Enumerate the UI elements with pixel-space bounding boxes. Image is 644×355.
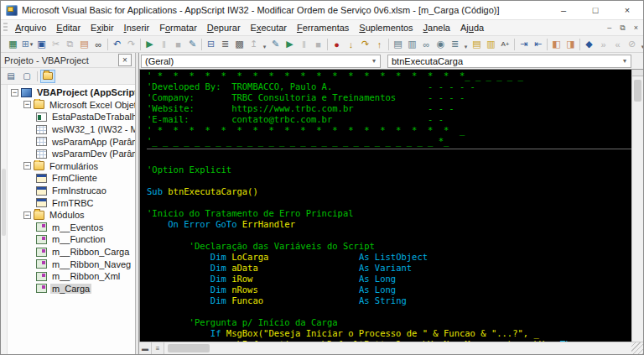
debug-design-mode-button[interactable]: ✎ [268, 37, 283, 51]
comment-block-button[interactable]: ◧ [549, 37, 564, 51]
procedure-view-button[interactable]: ▬ [139, 342, 152, 354]
tree-item-m-carga[interactable]: m_Carga [8, 283, 135, 295]
standard-toolbar-overflow[interactable]: ▾ [261, 37, 268, 51]
horizontal-scrollbar-thumb[interactable] [168, 344, 210, 352]
code-line[interactable] [147, 197, 631, 208]
paste-button[interactable]: ▤ [77, 37, 91, 51]
uncomment-block-button[interactable]: ◨ [564, 37, 578, 51]
debug-run-button[interactable]: ▶ [283, 37, 297, 51]
code-line[interactable]: 'Company: TRBC Consultoria e Treinamento… [147, 92, 631, 103]
view-object-button[interactable]: ▢ [19, 70, 34, 83]
tree-item-wsiw32-1[interactable]: wsIW32_1 (IW32 - Modificar O [8, 123, 135, 136]
code-line[interactable]: Dim Funcao As String [147, 295, 631, 306]
toggle-bookmark-button[interactable]: ◆ [582, 37, 596, 51]
code-line[interactable] [147, 306, 631, 317]
project-scrollbar-thumb[interactable] [2, 169, 6, 236]
quick-watch-button[interactable]: ◉ [434, 37, 448, 51]
tree-item-m-ribbon-xml[interactable]: m__Ribbon_Xml [8, 270, 135, 283]
step-out-button[interactable]: ↑ [372, 37, 387, 51]
code-line[interactable]: Dim aData As Variant [147, 263, 631, 274]
debug-toolbar-overflow[interactable]: ▾ [462, 37, 470, 51]
code-line[interactable]: Sub btnExecutaCarga() [147, 186, 631, 197]
project-explorer-button[interactable]: ⊟ [204, 37, 218, 51]
tree-expander-icon[interactable]: − [11, 89, 18, 97]
code-line[interactable]: Dim nRows As Long [147, 285, 631, 295]
code-line[interactable]: 'Website: https://www.trbc.com.br - - - [147, 103, 631, 114]
code-line[interactable]: If MsgBox("Deseja Iniciar o Processo de … [147, 328, 631, 339]
tree-item-estapastadetrabalho[interactable]: EstaPastaDeTrabalho [8, 111, 135, 123]
resize-grip[interactable] [631, 342, 643, 354]
tree-item-m-ribbon-naveg[interactable]: m__Ribbon_Naveg [8, 258, 135, 270]
design-mode-button[interactable]: ✎ [185, 37, 200, 51]
full-module-view-button[interactable]: ≡ [152, 342, 164, 354]
step-into-button[interactable]: ↓ [344, 37, 358, 51]
tree-expander-icon[interactable]: − [23, 101, 31, 108]
project-panel-close-button[interactable]: × [118, 54, 132, 66]
undo-button[interactable]: ↶ [110, 37, 124, 51]
code-horizontal-scrollbar[interactable] [164, 342, 631, 354]
code-vertical-scrollbar[interactable] [631, 70, 643, 342]
tree-item-frminstrucao[interactable]: FrmInstrucao [8, 185, 135, 197]
menu-arquivo[interactable]: Arquivo [10, 21, 51, 34]
menu-ferramentas[interactable]: Ferramentas [292, 21, 354, 34]
vertical-scrollbar-thumb[interactable] [634, 80, 641, 102]
run-sub-button[interactable]: ▶ [143, 37, 157, 51]
object-dropdown[interactable]: (Geral) ▾ [141, 55, 381, 68]
complete-word-button[interactable]: A+ [498, 37, 512, 51]
menu-ajuda[interactable]: Ajuda [455, 21, 489, 34]
call-stack-button[interactable]: ≣ [448, 37, 462, 51]
tree-item-frmtrbc[interactable]: FrmTRBC [8, 196, 135, 209]
maximize-button[interactable]: □ [579, 1, 611, 19]
code-line[interactable] [147, 175, 631, 186]
mdi-minimize-icon[interactable]: – [607, 24, 611, 32]
code-line[interactable]: '_ _ _ _ _ _ _ _ _ _ _ _ _ _ _ _ _ _ _ _… [147, 136, 631, 147]
tree-item-m-eventos[interactable]: m__Eventos [8, 222, 135, 234]
immediate-window-button[interactable]: ▥ [405, 37, 419, 51]
list-properties-button[interactable]: ▤ [470, 37, 484, 51]
tree-expander-icon[interactable]: − [23, 162, 31, 170]
tree-item-frmcliente[interactable]: FrmCliente [8, 172, 135, 185]
menu-exibir[interactable]: Exibir [86, 21, 119, 34]
edit-toolbar-overflow[interactable]: ▾ [639, 37, 643, 51]
project-scrollbar[interactable] [1, 85, 8, 354]
code-line[interactable] [147, 230, 631, 241]
code-line[interactable]: 'Declaração das Variáveis do Script [147, 241, 631, 252]
mdi-restore-icon[interactable]: ⧉ [620, 24, 625, 32]
tree-item-wsparamapp[interactable]: wsParamApp (Parâmetros do A [8, 135, 135, 148]
menu-depurar[interactable]: Depurar [202, 21, 246, 34]
indent-button[interactable]: ⇥ [517, 37, 531, 51]
toggle-folders-button[interactable] [40, 70, 55, 83]
code-line[interactable]: 'Developed By: TROMBACCO, Paulo A. - - -… [147, 81, 631, 92]
code-line[interactable]: 'Inicio do Tratamento de Erro Principal [147, 208, 631, 219]
code-line[interactable]: Dim iRow As Long [147, 274, 631, 285]
tree-expander-icon[interactable]: − [23, 211, 31, 219]
code-line[interactable]: 'Pergunta p/ Início da Carga [147, 317, 631, 328]
code-line[interactable]: 'E-mail: contato@trbc.com.br - - [147, 114, 631, 125]
view-microsoft-excel-button[interactable]: ▦ [6, 37, 20, 51]
code-line[interactable]: On Error GoTo ErrHandler [147, 219, 631, 230]
split-handle[interactable] [632, 70, 643, 76]
mdi-close-icon[interactable]: × [634, 24, 638, 32]
insert-userform-button[interactable]: ⊞▾ [20, 37, 34, 51]
tree-item-m-ribbon-carga[interactable]: m__Ribbon_Carga [8, 246, 135, 258]
code-line[interactable]: Dim LoCarga As ListObject [147, 252, 631, 263]
menu-executar[interactable]: Executar [246, 21, 292, 34]
tree-item-wsparamdev[interactable]: wsParamDev (Parâmetros Dev [8, 148, 135, 160]
code-line[interactable]: 'Option Explicit [147, 164, 631, 175]
procedure-dropdown[interactable]: btnExecutaCarga ▾ [387, 55, 631, 68]
find-button[interactable]: ∞ [91, 37, 106, 51]
view-code-button[interactable]: ▤ [3, 70, 18, 83]
save-button[interactable]: ▣ [34, 37, 49, 51]
menu-suplementos[interactable]: Suplementos [354, 21, 418, 34]
minimize-button[interactable]: – [548, 1, 579, 19]
locals-window-button[interactable]: ▤ [391, 37, 405, 51]
tree-item-m-function[interactable]: m__Function [8, 233, 135, 246]
tree-item-formularios[interactable]: −Formulários [8, 160, 135, 173]
step-over-button[interactable]: ↷ [358, 37, 372, 51]
object-browser-button[interactable]: ▩ [232, 37, 247, 51]
code-line[interactable]: ' * * * * * * * * * * * * * * * * * * * … [147, 70, 631, 81]
menu-inserir[interactable]: Inserir [119, 21, 155, 34]
list-constants-button[interactable]: ▥ [484, 37, 498, 51]
outdent-button[interactable]: ⇤ [531, 37, 545, 51]
toggle-breakpoint-button[interactable]: ● [330, 37, 344, 51]
